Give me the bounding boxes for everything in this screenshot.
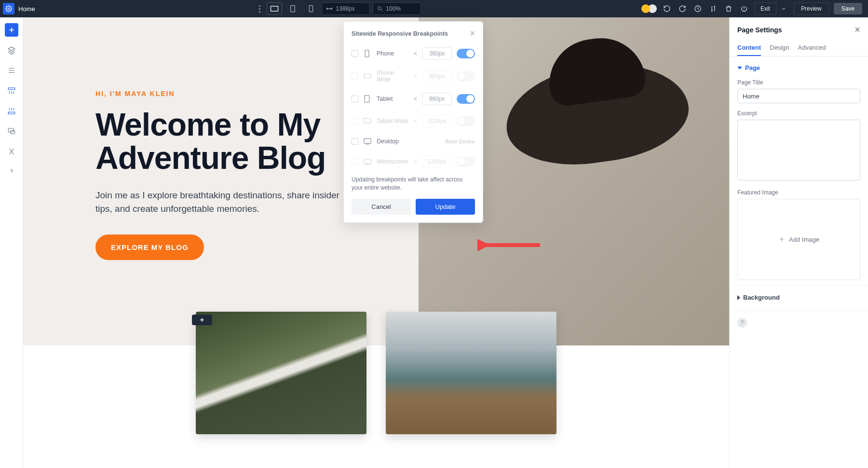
exit-button[interactable]: Exit: [754, 2, 776, 15]
excerpt-input[interactable]: [737, 120, 860, 180]
trash-button[interactable]: [723, 3, 734, 14]
clock-icon: [694, 5, 702, 13]
breakpoint-checkbox[interactable]: [352, 118, 358, 124]
breakpoint-checkbox[interactable]: [352, 158, 358, 165]
canvas-width-input[interactable]: 1388px: [322, 2, 370, 15]
layers-button[interactable]: [5, 43, 18, 57]
reorder-button[interactable]: [5, 64, 18, 77]
breakpoint-value-input[interactable]: 880px: [422, 70, 452, 83]
svg-rect-7: [8, 112, 15, 114]
exit-dropdown[interactable]: [778, 3, 789, 14]
header-builder-button[interactable]: [5, 84, 18, 97]
device-icon: [363, 117, 372, 125]
panel-header: Page Settings ×: [730, 17, 868, 40]
section-page-header[interactable]: Page: [737, 62, 860, 76]
tab-design[interactable]: Design: [770, 40, 789, 56]
breakpoint-toggle[interactable]: [457, 157, 475, 166]
breakpoint-name: Desktop: [377, 138, 440, 145]
comments-icon: [7, 127, 16, 136]
section-page: Page Page Title Excerpt Featured Image A…: [730, 56, 868, 286]
help-button[interactable]: [5, 165, 18, 179]
modal-close-button[interactable]: ×: [470, 28, 475, 39]
breakpoint-toggle[interactable]: [457, 94, 475, 104]
device-icon: [363, 95, 372, 103]
cancel-button[interactable]: Cancel: [352, 199, 411, 215]
hero-cta-button[interactable]: EXPLORE MY BLOG: [95, 234, 204, 260]
tools-button[interactable]: [5, 145, 18, 158]
add-image-dropzone[interactable]: Add Image: [737, 199, 860, 280]
question-icon: [7, 167, 16, 176]
add-element-button[interactable]: [5, 23, 18, 37]
card-lake[interactable]: [386, 312, 556, 434]
svg-rect-2: [291, 5, 295, 12]
breakpoint-row: DesktopBase Device: [344, 132, 483, 151]
device-icon: [363, 49, 372, 58]
device-desktop-button[interactable]: [267, 2, 282, 15]
breakpoint-checkbox[interactable]: [352, 138, 358, 145]
breakpoint-value-input[interactable]: 980px: [422, 93, 452, 105]
footer-builder-button[interactable]: [5, 104, 18, 118]
breakpoint-value-input[interactable]: 1024px: [422, 115, 452, 127]
svg-rect-6: [8, 88, 15, 90]
section-background-header[interactable]: Background: [737, 292, 860, 306]
panel-title: Page Settings: [737, 26, 782, 34]
history-button[interactable]: [692, 3, 703, 14]
breakpoint-toggle[interactable]: [457, 71, 475, 81]
add-column-button[interactable]: [192, 315, 212, 325]
breakpoint-toggle[interactable]: [457, 116, 475, 126]
breakpoint-toggle[interactable]: [457, 49, 475, 58]
layers-icon: [7, 46, 16, 55]
save-button[interactable]: Save: [834, 3, 862, 14]
preview-button[interactable]: Preview: [794, 2, 829, 15]
svg-rect-14: [364, 138, 371, 143]
topbar-right: Exit Preview Save: [641, 2, 868, 15]
svg-rect-8: [8, 128, 14, 132]
svg-rect-10: [365, 50, 369, 57]
update-button[interactable]: Update: [416, 199, 475, 215]
device-phone-button[interactable]: [303, 2, 319, 15]
redo-button[interactable]: [677, 3, 688, 14]
plus-icon: [199, 317, 205, 323]
comments-button[interactable]: [5, 124, 18, 138]
breakpoint-value-input[interactable]: 360px: [422, 47, 452, 60]
sun-icon: [641, 4, 650, 13]
svg-rect-3: [310, 6, 313, 12]
left-sidebar: [0, 17, 23, 468]
breakpoint-value-input[interactable]: 1280px: [422, 155, 452, 168]
footer-icon: [7, 107, 16, 115]
tab-content[interactable]: Content: [737, 40, 761, 56]
device-tablet-button[interactable]: [285, 2, 300, 15]
sort-icon: [709, 5, 717, 13]
breakpoint-checkbox[interactable]: [352, 96, 358, 102]
modal-actions: Cancel Update: [344, 199, 483, 222]
tab-advanced[interactable]: Advanced: [798, 40, 826, 56]
panel-help-button[interactable]: ?: [737, 318, 747, 328]
settings-gear-button[interactable]: [3, 3, 14, 14]
page-name[interactable]: Home: [18, 5, 35, 13]
phone-icon: [309, 5, 313, 13]
breakpoint-operator: <: [414, 50, 417, 57]
add-image-label: Add Image: [789, 236, 819, 243]
sort-button[interactable]: [708, 3, 719, 14]
breakpoint-name: Phone Wide: [377, 69, 409, 83]
power-button[interactable]: [739, 3, 749, 14]
section-background: Background: [730, 286, 868, 312]
page-title-label: Page Title: [737, 79, 860, 86]
featured-image-label: Featured Image: [737, 189, 860, 196]
power-icon: [740, 5, 748, 13]
card-waterfall[interactable]: [196, 312, 366, 434]
theme-toggle[interactable]: [641, 4, 657, 13]
hero-subhead[interactable]: Join me as I explore breathtaking destin…: [95, 189, 346, 216]
breakpoint-checkbox[interactable]: [352, 50, 358, 57]
breakpoint-row: Tablet Wide<1024px: [344, 110, 483, 132]
width-icon: [326, 6, 333, 11]
search-icon: [377, 6, 383, 12]
undo-button[interactable]: [662, 3, 672, 14]
breakpoint-checkbox[interactable]: [352, 73, 358, 80]
more-options-button[interactable]: [255, 5, 264, 13]
panel-close-button[interactable]: ×: [854, 24, 860, 35]
page-title-input[interactable]: [737, 89, 860, 103]
zoom-input[interactable]: 100%: [373, 2, 421, 15]
breakpoint-row: Phone Wide<880px: [344, 65, 483, 88]
modal-note: Updating breakpoints will take affect ac…: [344, 173, 483, 199]
